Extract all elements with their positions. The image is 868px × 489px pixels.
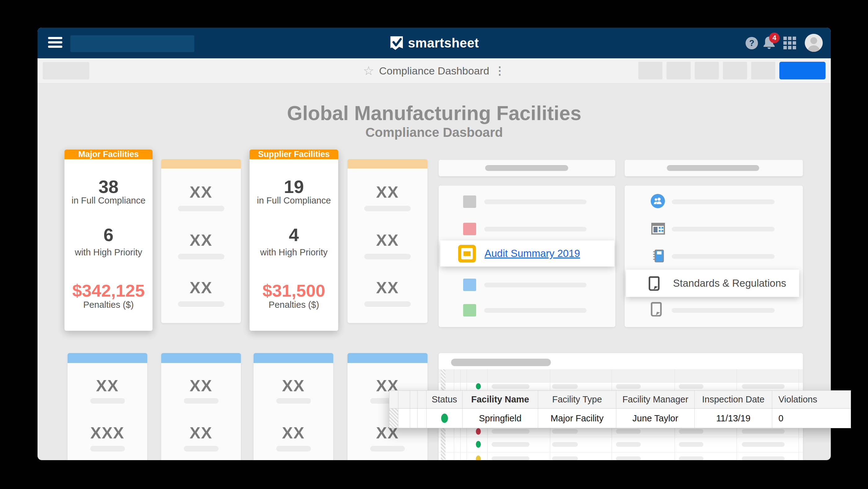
card-header-label: Supplier Facilities (258, 149, 330, 159)
placeholder-bar (90, 398, 125, 404)
row-handle-cell (390, 409, 398, 428)
placeholder-bar (484, 227, 587, 231)
placeholder-bar (370, 446, 405, 452)
penalties-value: $31,500 (250, 281, 338, 301)
notebook-icon (653, 250, 664, 264)
supplier-facilities-card: Supplier Facilities 19 in Full Complianc… (250, 149, 338, 331)
placeholder-value: XXX (68, 424, 147, 442)
placeholder-bar (178, 301, 224, 307)
facilities-table-row[interactable]: Springfield Major Facility June Taylor 1… (390, 409, 850, 428)
top-navbar: smartsheet ? 4 (37, 28, 831, 58)
app-launcher-grid-icon[interactable] (783, 37, 796, 49)
row-cell-facility-manager: June Taylor (616, 409, 695, 428)
header-cell-facility-type: Facility Type (538, 391, 616, 408)
toolbar-placeholder-button-1[interactable] (638, 62, 662, 80)
page-title: Global Manufacturing Facilities (37, 102, 831, 125)
card-header-label: Major Facilities (78, 149, 138, 159)
page-subtitle: Compliance Dasboard (37, 125, 831, 140)
sheet-title-placeholder (451, 359, 551, 366)
bottom-stat-card-3: XX XX (254, 353, 333, 460)
list-item-swatch-green (463, 304, 476, 316)
notifications-bell-icon[interactable]: 4 (762, 36, 777, 51)
major-facilities-card: Major Facilities 38 in Full Compliance 6… (64, 149, 153, 331)
placeholder-value: XX (161, 278, 241, 297)
facilities-table-header-row: Status Facility Name Facility Type Facil… (390, 391, 850, 409)
dashboard-widget-icon (458, 245, 476, 262)
placeholder-value: XX (161, 183, 241, 201)
status-dot-yellow (476, 456, 481, 460)
people-group-icon (651, 194, 665, 208)
placeholder-bar (276, 446, 311, 452)
placeholder-value: XX (347, 183, 428, 201)
placeholder-stat-card: XX XX XX (161, 159, 241, 323)
status-dot-green (441, 413, 448, 423)
notification-badge: 4 (769, 33, 780, 43)
placeholder-bar (364, 254, 411, 259)
audit-summary-row[interactable]: Audit Summary 2019 (440, 240, 614, 266)
placeholder-bar (364, 206, 411, 211)
placeholder-bar (484, 308, 587, 313)
toolbar-placeholder-button-3[interactable] (695, 62, 719, 80)
placeholder-value: XX (347, 278, 428, 297)
row-cell-facility-name: Springfield (463, 409, 538, 428)
placeholder-bar (672, 200, 775, 204)
standards-regulations-row[interactable]: Standards & Regulations (626, 270, 799, 297)
major-facilities-card-header: Major Facilities (64, 149, 153, 159)
smartsheet-logo-icon (390, 36, 404, 51)
placeholder-value: XX (68, 376, 147, 395)
placeholder-bar (484, 283, 587, 287)
toolbar-placeholder-button-4[interactable] (723, 62, 747, 80)
compliance-label: in Full Compliance (64, 196, 153, 206)
hamburger-menu-icon[interactable] (48, 37, 62, 49)
placeholder-bar (672, 254, 775, 259)
audit-summary-link[interactable]: Audit Summary 2019 (485, 248, 580, 259)
placeholder-bar (184, 398, 219, 404)
bottom-stat-card-1: XX XXX (68, 353, 147, 460)
priority-value: 4 (250, 224, 338, 245)
document-page-icon-gray (650, 302, 662, 318)
placeholder-bar (90, 446, 125, 452)
list-item-swatch-gray (463, 196, 476, 208)
user-avatar[interactable] (805, 34, 823, 52)
header-cell-facility-name: Facility Name (463, 391, 538, 408)
placeholder-bar (672, 308, 775, 313)
row-cell-empty (417, 409, 427, 428)
primary-action-button[interactable] (779, 62, 826, 80)
document-page-icon (648, 276, 660, 291)
header-cell-inspection-date: Inspection Date (695, 391, 772, 408)
placeholder-card-header (161, 159, 241, 169)
back-nav-placeholder-button[interactable] (43, 62, 89, 80)
header-cell-empty (417, 391, 427, 408)
placeholder-value: XX (161, 424, 241, 442)
list-item-swatch-blue (463, 279, 476, 291)
placeholder-bar (178, 254, 224, 259)
supplier-facilities-card-header: Supplier Facilities (250, 149, 338, 159)
compliance-label: in Full Compliance (250, 196, 338, 206)
smartsheet-logo-text: smartsheet (408, 36, 479, 51)
priority-label: with High Priority (64, 247, 153, 258)
references-header-card (625, 160, 803, 176)
row-cell-empty (410, 409, 417, 428)
favorite-star-icon[interactable]: ☆ (363, 64, 374, 77)
status-dot-red (476, 428, 481, 435)
header-cell-empty (390, 391, 398, 408)
report-window-icon (651, 223, 665, 236)
toolbar-placeholder-button-2[interactable] (666, 62, 691, 80)
header-cell-facility-manager: Facility Manager (616, 391, 695, 408)
placeholder-value: XX (161, 231, 241, 250)
shortcuts-list-card: Audit Summary 2019 (439, 185, 615, 327)
penalties-label: Penalties ($) (64, 300, 153, 310)
search-input[interactable] (70, 35, 194, 52)
references-list-card: Standards & Regulations (625, 185, 803, 327)
shortcuts-header-card (439, 160, 615, 176)
placeholder-value: XX (161, 376, 241, 395)
bottom-card-header (161, 353, 241, 363)
row-cell-inspection-date: 11/13/19 (695, 409, 772, 428)
priority-value: 6 (64, 224, 153, 245)
toolbar-placeholder-button-5[interactable] (751, 62, 775, 80)
kebab-menu-icon[interactable]: ⋮ (494, 64, 505, 77)
sheet-header-band (439, 369, 803, 382)
help-glyph: ? (749, 38, 754, 48)
help-icon[interactable]: ? (746, 37, 758, 49)
status-dot-green (476, 441, 481, 448)
